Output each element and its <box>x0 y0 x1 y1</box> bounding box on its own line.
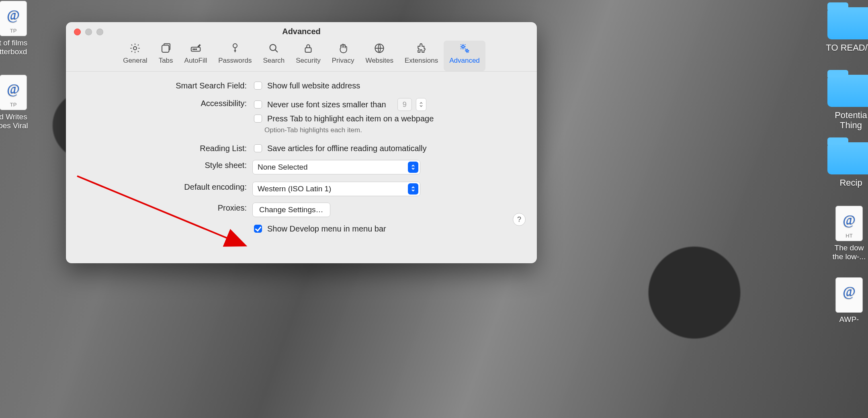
key-icon <box>229 42 241 54</box>
desktop-folder[interactable]: Potentia Thing <box>818 75 868 131</box>
preferences-body: Smart Search Field: Show full website ad… <box>66 72 537 234</box>
svg-point-5 <box>196 49 197 50</box>
default-encoding-select[interactable]: Western (ISO Latin 1) <box>252 182 420 196</box>
desktop-icon[interactable]: AWP- <box>827 277 868 324</box>
desktop-icon[interactable]: HT The dow the low-... <box>827 206 868 261</box>
tabs-icon <box>160 42 172 54</box>
pencil-field-icon <box>190 42 202 54</box>
tab-search[interactable]: Search <box>257 41 290 71</box>
reading-list-label: Reading List: <box>78 143 252 153</box>
tab-general[interactable]: General <box>117 41 153 71</box>
tab-security[interactable]: Security <box>290 41 326 71</box>
min-font-checkbox[interactable] <box>254 100 262 109</box>
gears-icon <box>459 42 471 54</box>
window-title: Advanced <box>66 22 537 41</box>
tab-tabs[interactable]: Tabs <box>153 41 179 71</box>
chevron-up-down-icon <box>408 183 418 195</box>
save-offline-label: Save articles for offline reading automa… <box>267 144 427 153</box>
svg-rect-8 <box>305 48 311 52</box>
tab-label: Passwords <box>218 57 252 65</box>
tab-privacy[interactable]: Privacy <box>326 41 360 71</box>
lock-icon <box>302 42 314 54</box>
tab-extensions[interactable]: Extensions <box>399 41 444 71</box>
tab-label: General <box>123 57 147 65</box>
svg-point-0 <box>133 47 137 50</box>
icon-label: d Writes oes Viral <box>0 113 31 130</box>
show-full-address-label: Show full website address <box>267 81 360 90</box>
press-tab-label: Press Tab to highlight each item on a we… <box>267 114 434 123</box>
style-sheet-label: Style sheet: <box>78 160 252 170</box>
icon-label: AWP- <box>827 315 868 324</box>
help-button[interactable]: ? <box>513 213 526 226</box>
tab-autofill[interactable]: AutoFill <box>179 41 213 71</box>
style-sheet-value: None Selected <box>258 163 308 172</box>
icon-label: The dow the low-... <box>827 244 868 261</box>
magnifier-icon <box>268 42 280 54</box>
show-full-address-checkbox[interactable] <box>254 82 262 90</box>
tab-websites[interactable]: Websites <box>360 41 399 71</box>
tab-label: Security <box>296 57 320 65</box>
hand-icon <box>337 42 349 54</box>
desktop-icon[interactable]: TP d Writes oes Viral <box>0 75 31 130</box>
svg-point-11 <box>466 50 468 52</box>
gear-icon <box>129 42 141 54</box>
tab-label: Extensions <box>405 57 438 65</box>
zoom-button[interactable] <box>96 29 103 35</box>
svg-rect-1 <box>162 45 169 53</box>
desktop-icon[interactable]: TP t of films tterboxd <box>0 1 31 56</box>
tab-label: Advanced <box>449 57 480 65</box>
press-tab-checkbox[interactable] <box>254 115 262 123</box>
minimize-button[interactable] <box>85 29 92 35</box>
titlebar: Advanced <box>66 22 537 41</box>
develop-menu-checkbox[interactable] <box>254 225 262 233</box>
desktop-folder[interactable]: Recip <box>818 142 868 188</box>
min-font-label: Never use font sizes smaller than <box>267 100 386 109</box>
tab-passwords[interactable]: Passwords <box>213 41 257 71</box>
folder-label: Potentia Thing <box>818 110 868 131</box>
press-tab-hint: Option-Tab highlights each item. <box>264 126 434 134</box>
save-offline-checkbox[interactable] <box>254 144 262 152</box>
proxies-label: Proxies: <box>78 203 252 213</box>
default-encoding-value: Western (ISO Latin 1) <box>258 184 331 193</box>
tab-advanced[interactable]: Advanced <box>444 41 485 71</box>
tab-label: Tabs <box>159 57 173 65</box>
svg-point-4 <box>194 49 195 50</box>
style-sheet-select[interactable]: None Selected <box>252 160 420 174</box>
smart-search-label: Smart Search Field: <box>78 80 252 90</box>
folder-label: Recip <box>818 178 868 188</box>
default-encoding-label: Default encoding: <box>78 182 252 192</box>
develop-menu-label: Show Develop menu in menu bar <box>267 224 386 234</box>
min-font-value[interactable]: 9 <box>397 98 412 111</box>
globe-icon <box>373 42 385 54</box>
svg-point-10 <box>462 45 464 48</box>
change-settings-button[interactable]: Change Settings… <box>252 203 330 217</box>
svg-point-7 <box>270 45 276 51</box>
min-font-stepper[interactable] <box>416 98 426 111</box>
icon-label: t of films tterboxd <box>0 39 31 56</box>
svg-point-3 <box>193 49 194 50</box>
tab-label: Search <box>263 57 285 65</box>
preferences-window: Advanced General Tabs AutoFill Passwords <box>66 22 537 263</box>
desktop-folder[interactable]: TO READ/W <box>818 7 868 53</box>
tab-label: Websites <box>365 57 393 65</box>
close-button[interactable] <box>74 29 81 35</box>
svg-point-6 <box>233 44 237 48</box>
preferences-toolbar: General Tabs AutoFill Passwords Search <box>66 41 537 72</box>
tab-label: Privacy <box>332 57 354 65</box>
chevron-up-down-icon <box>408 162 418 173</box>
accessibility-label: Accessibility: <box>78 98 252 108</box>
folder-label: TO READ/W <box>818 43 868 53</box>
puzzle-icon <box>416 42 428 54</box>
tab-label: AutoFill <box>184 57 207 65</box>
